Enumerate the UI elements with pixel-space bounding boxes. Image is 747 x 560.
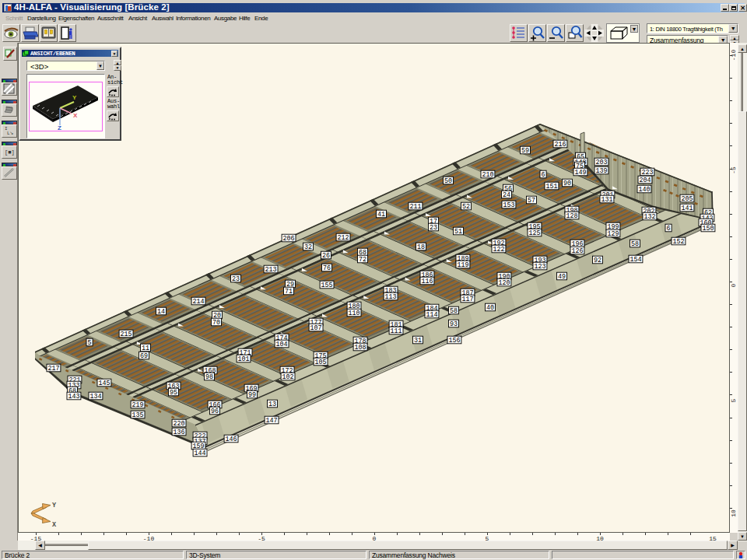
svg-text:156: 156 bbox=[448, 337, 460, 345]
svg-text:111: 111 bbox=[390, 327, 402, 335]
svg-text:120: 120 bbox=[498, 279, 510, 287]
svg-text:147: 147 bbox=[265, 417, 277, 425]
svg-text:145: 145 bbox=[98, 380, 110, 387]
svg-text:70: 70 bbox=[212, 319, 220, 327]
svg-text:11: 11 bbox=[142, 345, 149, 352]
svg-text:93: 93 bbox=[450, 320, 458, 328]
svg-text:155: 155 bbox=[321, 282, 332, 289]
svg-text:223: 223 bbox=[641, 169, 653, 177]
svg-text:51: 51 bbox=[454, 228, 462, 236]
svg-text:219: 219 bbox=[132, 401, 143, 409]
svg-text:116: 116 bbox=[421, 278, 433, 285]
svg-text:108: 108 bbox=[354, 344, 366, 352]
svg-text:Z: Z bbox=[58, 124, 61, 131]
svg-text:105: 105 bbox=[314, 359, 326, 366]
svg-text:102: 102 bbox=[282, 373, 293, 381]
svg-text:132: 132 bbox=[644, 213, 655, 221]
svg-text:101: 101 bbox=[237, 355, 249, 363]
svg-text:X: X bbox=[73, 112, 78, 119]
svg-text:[■]: [■] bbox=[5, 149, 15, 156]
svg-text:151: 151 bbox=[545, 183, 557, 191]
svg-text:143: 143 bbox=[68, 393, 79, 401]
svg-text:122: 122 bbox=[493, 246, 504, 254]
svg-text:113: 113 bbox=[384, 293, 396, 301]
svg-text:L↘: L↘ bbox=[7, 131, 14, 136]
svg-text:134: 134 bbox=[89, 393, 101, 401]
svg-text:215: 215 bbox=[120, 331, 132, 338]
svg-text:23: 23 bbox=[430, 224, 437, 232]
svg-text:213: 213 bbox=[265, 266, 276, 274]
svg-text:6: 6 bbox=[541, 171, 545, 179]
svg-text:110: 110 bbox=[348, 310, 359, 317]
svg-text:72: 72 bbox=[359, 256, 366, 264]
svg-text:23: 23 bbox=[232, 275, 240, 283]
svg-text:216: 216 bbox=[554, 141, 566, 149]
svg-text:220: 220 bbox=[173, 420, 184, 428]
svg-text:153: 153 bbox=[503, 201, 514, 209]
svg-text:140: 140 bbox=[638, 186, 650, 194]
svg-text:50: 50 bbox=[444, 177, 452, 185]
svg-text:6: 6 bbox=[666, 225, 670, 233]
svg-text:149: 149 bbox=[574, 169, 586, 177]
svg-text:139: 139 bbox=[595, 167, 607, 175]
svg-text:76: 76 bbox=[323, 264, 331, 272]
svg-text:141: 141 bbox=[681, 205, 693, 212]
svg-text:117: 117 bbox=[461, 296, 473, 303]
svg-text:92: 92 bbox=[594, 257, 601, 264]
svg-text:26: 26 bbox=[322, 252, 330, 260]
svg-text:X: X bbox=[52, 521, 57, 529]
svg-text:104: 104 bbox=[275, 341, 287, 348]
svg-text:Y: Y bbox=[52, 502, 57, 509]
svg-text:150: 150 bbox=[702, 225, 714, 233]
svg-text:58: 58 bbox=[450, 307, 458, 315]
svg-text:107: 107 bbox=[310, 324, 321, 332]
svg-text:18: 18 bbox=[417, 243, 425, 251]
svg-text:119: 119 bbox=[457, 261, 468, 269]
svg-text:126: 126 bbox=[571, 247, 583, 255]
svg-text:31: 31 bbox=[414, 337, 422, 345]
svg-text:99: 99 bbox=[248, 391, 256, 399]
svg-text:57: 57 bbox=[528, 197, 535, 205]
svg-text:128: 128 bbox=[566, 212, 577, 220]
svg-text:40: 40 bbox=[486, 304, 494, 312]
svg-text:98: 98 bbox=[205, 373, 213, 381]
svg-text:123: 123 bbox=[534, 263, 545, 271]
svg-text:125: 125 bbox=[528, 229, 540, 237]
svg-text:203: 203 bbox=[595, 159, 607, 166]
svg-text:154: 154 bbox=[630, 256, 641, 264]
svg-text:129: 129 bbox=[607, 230, 619, 238]
svg-text:136: 136 bbox=[173, 429, 184, 436]
svg-text:146: 146 bbox=[225, 436, 237, 443]
svg-text:217: 217 bbox=[47, 365, 59, 373]
svg-text:14: 14 bbox=[157, 308, 165, 316]
svg-text:Y: Y bbox=[72, 94, 77, 101]
svg-text:204: 204 bbox=[639, 177, 651, 184]
svg-text:152: 152 bbox=[672, 238, 684, 246]
svg-text:135: 135 bbox=[132, 411, 143, 419]
svg-text:49: 49 bbox=[558, 273, 566, 281]
svg-text:58: 58 bbox=[631, 240, 639, 248]
svg-text:69: 69 bbox=[140, 352, 148, 360]
svg-text:32: 32 bbox=[304, 243, 312, 251]
svg-text:211: 211 bbox=[409, 203, 421, 211]
svg-text:144: 144 bbox=[194, 450, 205, 457]
svg-text:5: 5 bbox=[87, 339, 91, 347]
svg-text:13: 13 bbox=[268, 401, 276, 408]
svg-text:52: 52 bbox=[462, 203, 470, 211]
svg-text:90: 90 bbox=[563, 180, 571, 187]
svg-text:71: 71 bbox=[285, 288, 293, 296]
svg-text:41: 41 bbox=[377, 211, 385, 219]
svg-text:96: 96 bbox=[211, 408, 219, 415]
svg-text:59: 59 bbox=[521, 147, 529, 155]
svg-text:131: 131 bbox=[601, 196, 612, 204]
svg-text:24: 24 bbox=[503, 191, 510, 199]
svg-text:205: 205 bbox=[681, 195, 693, 203]
svg-text:214: 214 bbox=[192, 298, 204, 306]
svg-text:95: 95 bbox=[170, 389, 177, 397]
svg-text:212: 212 bbox=[337, 234, 349, 242]
svg-text:210: 210 bbox=[482, 171, 493, 179]
svg-text:114: 114 bbox=[426, 311, 437, 319]
svg-text:206: 206 bbox=[282, 235, 294, 243]
